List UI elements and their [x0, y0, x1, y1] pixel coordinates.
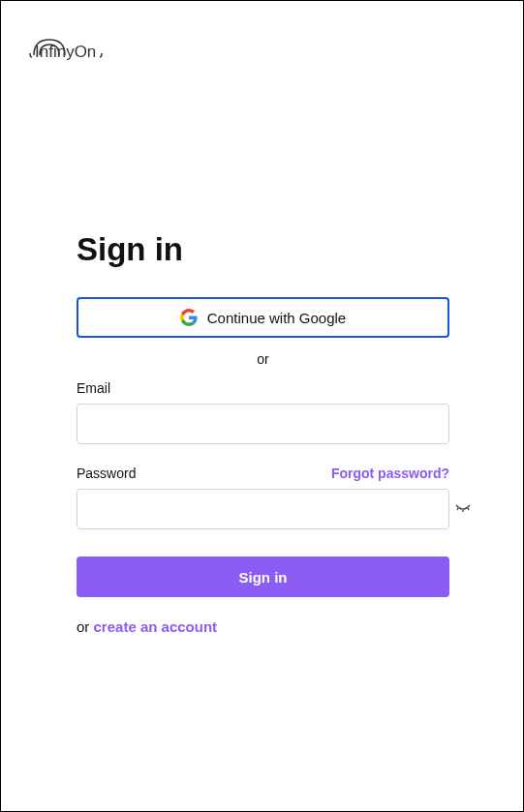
forgot-password-link[interactable]: Forgot password?: [331, 466, 449, 481]
password-field-group: Password Forgot password?: [77, 466, 449, 529]
svg-text:InfinyOn: InfinyOn: [35, 43, 96, 61]
signup-prefix: or: [77, 618, 94, 635]
signin-form: Sign in Continue with Google or Email Pa…: [77, 231, 449, 635]
password-label: Password: [77, 466, 136, 481]
google-button-label: Continue with Google: [207, 310, 346, 326]
toggle-password-visibility-icon[interactable]: [455, 502, 471, 517]
page-title: Sign in: [77, 231, 449, 268]
email-input[interactable]: [77, 404, 449, 444]
brand-logo: InfinyOn: [28, 28, 108, 67]
signup-prompt: or create an account: [77, 618, 449, 635]
email-label: Email: [77, 380, 449, 396]
google-icon: [180, 309, 198, 326]
svg-line-3: [468, 508, 469, 510]
svg-line-1: [457, 508, 458, 510]
create-account-link[interactable]: create an account: [94, 618, 218, 635]
email-field-group: Email: [77, 380, 449, 444]
continue-with-google-button[interactable]: Continue with Google: [77, 297, 449, 338]
signin-button[interactable]: Sign in: [77, 556, 449, 597]
infinyon-logo-icon: InfinyOn: [28, 28, 108, 63]
divider-text: or: [77, 351, 449, 367]
password-input[interactable]: [77, 489, 449, 529]
